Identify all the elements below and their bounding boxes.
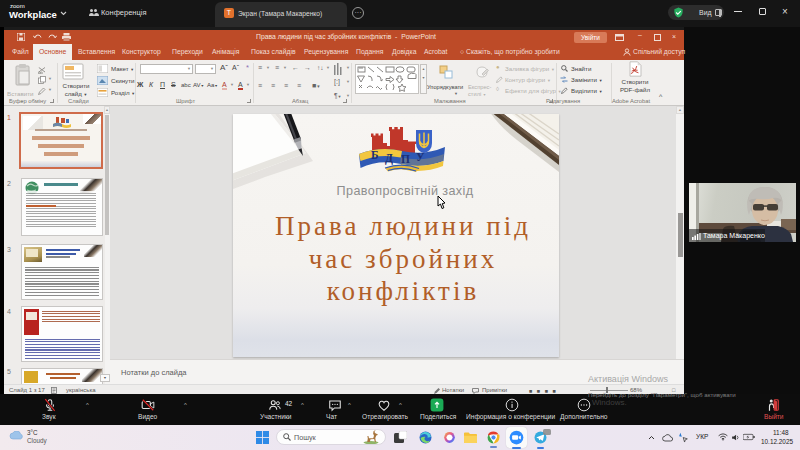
svg-text:Б: Б	[371, 149, 379, 161]
svg-text:У: У	[416, 151, 425, 163]
svg-text:П: П	[401, 153, 410, 165]
svg-text:Д: Д	[385, 152, 393, 165]
